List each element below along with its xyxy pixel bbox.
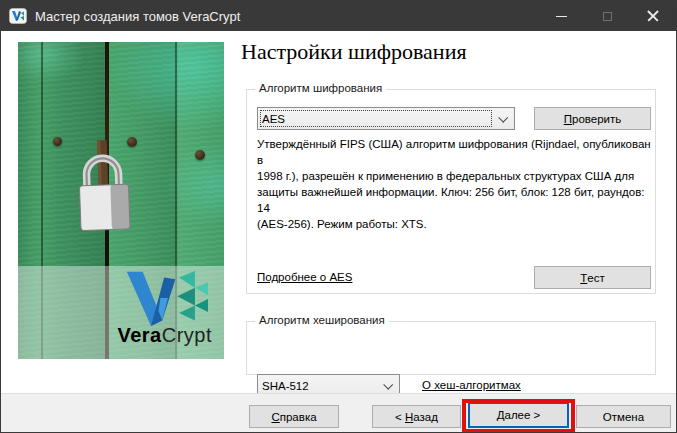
- chevron-down-icon: [383, 380, 393, 390]
- test-button-label: ест: [587, 272, 604, 284]
- logo-band: VeraCrypt: [18, 266, 224, 359]
- page-title: Настройки шифрования: [241, 39, 467, 65]
- hash-algorithm-group: Алгоритм хеширования SHA-512 О хеш-алгор…: [246, 321, 656, 375]
- chevron-down-icon: [498, 113, 508, 123]
- sidebar-photo-green-door: VeraCrypt: [18, 42, 224, 359]
- cancel-label: Отмена: [603, 411, 644, 423]
- bolt-head: [195, 150, 205, 160]
- back-button[interactable]: < Назад: [372, 405, 461, 428]
- about-hash-algorithms-link[interactable]: О хеш-алгоритмах: [422, 379, 521, 391]
- description-line: 1998 г.), разрешён к применению в федера…: [257, 168, 653, 184]
- padlock-icon: [70, 139, 137, 233]
- encryption-group-label: Алгоритм шифрования: [255, 82, 386, 94]
- focus-rect: [260, 110, 492, 127]
- back-pre: <: [395, 411, 405, 423]
- help-accel: С: [271, 411, 279, 423]
- description-line: Утверждённый FIPS (США) алгоритм шифрова…: [257, 136, 653, 168]
- window-title: Мастер создания томов VeraCrypt: [35, 9, 240, 24]
- window-controls: [538, 1, 676, 31]
- wordmark-rest: Crypt: [162, 324, 212, 346]
- encryption-algorithm-group: Алгоритм шифрования AES Проверить Утверж…: [246, 89, 656, 294]
- close-icon: [647, 10, 659, 22]
- more-about-aes-link[interactable]: Подробнее о AES: [257, 271, 352, 283]
- veracrypt-wizard-window: Мастер создания томов VeraCrypt: [0, 0, 677, 433]
- algorithm-description: Утверждённый FIPS (США) алгоритм шифрова…: [257, 136, 653, 232]
- test-button-accel: Т: [580, 272, 587, 284]
- hash-algorithm-value: SHA-512: [262, 380, 309, 392]
- hash-group-label: Алгоритм хеширования: [255, 314, 389, 326]
- cancel-button[interactable]: Отмена: [576, 405, 671, 428]
- test-button[interactable]: Тест: [534, 266, 651, 289]
- verify-button[interactable]: Проверить: [534, 107, 651, 130]
- next-label: алее >: [504, 409, 540, 421]
- maximize-icon: [603, 12, 612, 21]
- titlebar: Мастер создания томов VeraCrypt: [1, 1, 676, 31]
- encryption-algorithm-dropdown[interactable]: AES: [257, 107, 515, 130]
- back-accel: Н: [405, 411, 413, 423]
- help-label: правка: [280, 411, 317, 423]
- minimize-button[interactable]: [538, 1, 584, 31]
- maximize-button: [584, 1, 630, 31]
- next-accel: Д: [497, 409, 505, 421]
- help-button[interactable]: Справка: [249, 405, 339, 428]
- back-label: азад: [413, 411, 438, 423]
- wizard-content: VeraCrypt Настройки шифрования Алгоритм …: [1, 31, 676, 393]
- veracrypt-logo: [118, 270, 214, 326]
- description-line: защиты важнейшей информации. Ключ: 256 б…: [257, 184, 653, 216]
- minimize-icon: [556, 16, 567, 17]
- wordmark-bold: Vera: [117, 324, 161, 346]
- verify-button-accel: П: [564, 113, 572, 125]
- next-button[interactable]: Далее >: [468, 402, 569, 428]
- close-button[interactable]: [630, 1, 676, 31]
- description-line: (AES-256). Режим работы: XTS.: [257, 216, 653, 232]
- veracrypt-app-icon: [9, 7, 27, 25]
- footer-bar: Справка < Назад Далее > Отмена: [1, 393, 676, 432]
- verify-button-label: роверить: [572, 113, 621, 125]
- veracrypt-wordmark: VeraCrypt: [117, 324, 214, 347]
